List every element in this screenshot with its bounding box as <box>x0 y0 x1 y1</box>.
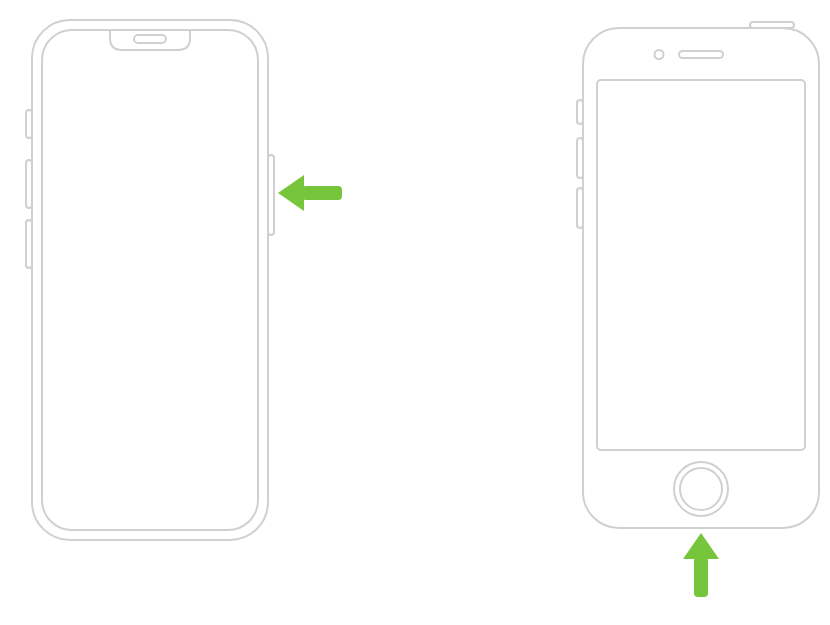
phone-screen <box>42 30 258 530</box>
svg-rect-0 <box>302 186 342 200</box>
diagram-canvas <box>0 0 830 625</box>
phone-faceid <box>10 10 290 570</box>
phone-screen <box>597 80 805 450</box>
notch <box>110 30 190 50</box>
arrow-left-icon <box>278 168 348 218</box>
arrow-up-icon <box>676 533 726 603</box>
svg-rect-1 <box>694 557 708 597</box>
phone-homebutton <box>575 18 830 548</box>
home-button <box>674 462 728 516</box>
